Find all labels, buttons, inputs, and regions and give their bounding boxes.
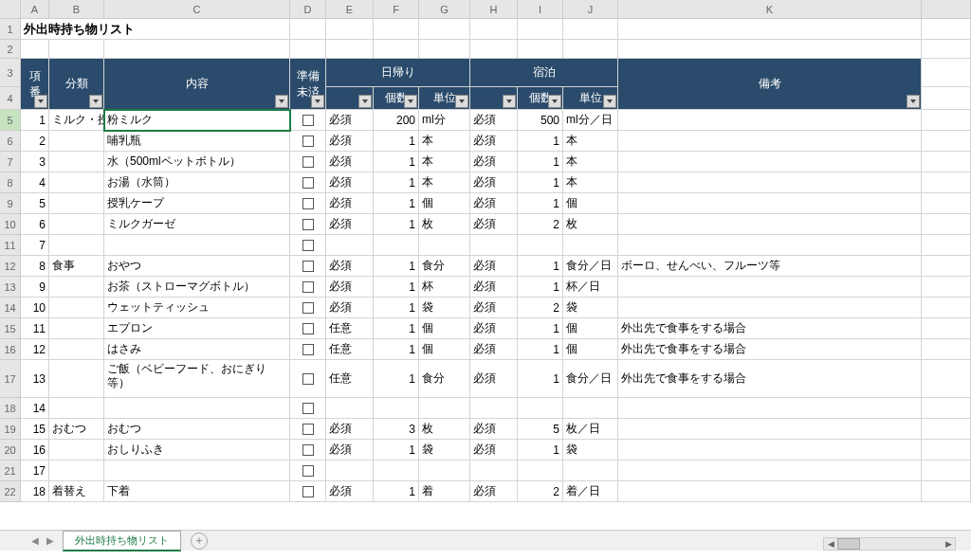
cell-cat[interactable]: ミルク・授乳 xyxy=(49,110,104,131)
cell-num[interactable]: 2 xyxy=(21,131,49,152)
cell-cat[interactable]: 着替え xyxy=(49,481,104,502)
col-header-J[interactable]: J xyxy=(563,0,618,19)
cell-blank[interactable] xyxy=(470,19,518,40)
cell-content[interactable] xyxy=(104,235,290,256)
cell-day_qty[interactable]: 1 xyxy=(374,360,419,398)
filter-icon[interactable] xyxy=(603,95,616,108)
row-header-14[interactable]: 14 xyxy=(0,298,21,318)
cell-day_qty[interactable]: 1 xyxy=(374,318,419,339)
checkbox[interactable] xyxy=(302,135,314,147)
cell-prep[interactable] xyxy=(290,398,326,419)
select-all-corner[interactable] xyxy=(0,0,21,19)
cell-stay_unit[interactable]: ml分／日 xyxy=(563,110,618,131)
filter-icon[interactable] xyxy=(907,95,920,108)
scroll-left-icon[interactable]: ◀ xyxy=(824,538,837,550)
cell-blank[interactable] xyxy=(922,214,971,235)
cell-blank[interactable] xyxy=(518,40,563,59)
cell-stay[interactable] xyxy=(470,461,518,481)
cell-stay_qty[interactable] xyxy=(518,398,563,419)
cell-stay_unit[interactable] xyxy=(563,235,618,256)
row-header-4[interactable]: 4 xyxy=(0,87,21,110)
col-header-extra[interactable] xyxy=(922,0,971,19)
cell-blank[interactable] xyxy=(374,19,419,40)
cell-blank[interactable] xyxy=(563,19,618,40)
cell-stay_qty[interactable]: 500 xyxy=(518,110,563,131)
row-header-19[interactable]: 19 xyxy=(0,419,21,440)
cell-day_unit[interactable]: 枚 xyxy=(419,214,470,235)
col-header-A[interactable]: A xyxy=(21,0,49,19)
checkbox[interactable] xyxy=(302,403,314,414)
cell-stay[interactable]: 必須 xyxy=(470,339,518,360)
table-header[interactable] xyxy=(326,87,374,110)
cell-stay_unit[interactable] xyxy=(563,461,618,481)
cell-day[interactable]: 必須 xyxy=(326,481,374,502)
cell-day[interactable]: 必須 xyxy=(326,131,374,152)
tab-nav-next-icon[interactable]: ▶ xyxy=(44,534,57,548)
cell-blank[interactable] xyxy=(618,40,922,59)
checkbox[interactable] xyxy=(302,281,314,293)
cell-note[interactable] xyxy=(618,398,922,419)
cell-day_qty[interactable]: 1 xyxy=(374,277,419,298)
cell-day[interactable]: 必須 xyxy=(326,277,374,298)
cell-day_unit[interactable]: 個 xyxy=(419,193,470,214)
cell-stay_unit[interactable]: 本 xyxy=(563,172,618,193)
cell-num[interactable]: 1 xyxy=(21,110,49,131)
cell-num[interactable]: 7 xyxy=(21,235,49,256)
cell-day[interactable]: 必須 xyxy=(326,256,374,277)
cell-prep[interactable] xyxy=(290,152,326,172)
col-header-H[interactable]: H xyxy=(470,0,518,19)
cell-blank[interactable] xyxy=(563,40,618,59)
cell-stay[interactable]: 必須 xyxy=(470,298,518,318)
table-header[interactable]: 分類 xyxy=(49,59,104,110)
cell-note[interactable] xyxy=(618,298,922,318)
cell-num[interactable]: 15 xyxy=(21,419,49,440)
cell-content[interactable]: ミルクガーゼ xyxy=(104,214,290,235)
cell-note[interactable] xyxy=(618,131,922,152)
cell-blank[interactable] xyxy=(922,19,971,40)
cell-blank[interactable] xyxy=(922,59,971,87)
cell-day_qty[interactable]: 1 xyxy=(374,152,419,172)
checkbox[interactable] xyxy=(302,323,314,334)
cell-prep[interactable] xyxy=(290,131,326,152)
cell-stay[interactable]: 必須 xyxy=(470,131,518,152)
row-header-18[interactable]: 18 xyxy=(0,398,21,419)
cell-day_qty[interactable]: 1 xyxy=(374,256,419,277)
cell-stay[interactable]: 必須 xyxy=(470,277,518,298)
cell-stay_qty[interactable]: 1 xyxy=(518,131,563,152)
table-header[interactable]: 宿泊 xyxy=(470,59,618,87)
cell-blank[interactable] xyxy=(922,277,971,298)
filter-icon[interactable] xyxy=(404,95,417,108)
checkbox[interactable] xyxy=(302,177,314,189)
cell-stay[interactable]: 必須 xyxy=(470,172,518,193)
cell-blank[interactable] xyxy=(326,19,374,40)
table-header[interactable]: 準備 未済 xyxy=(290,59,326,110)
cell-day[interactable]: 必須 xyxy=(326,172,374,193)
table-header[interactable]: 単位 xyxy=(419,87,470,110)
row-header-22[interactable]: 22 xyxy=(0,481,21,502)
cell-content[interactable] xyxy=(104,461,290,481)
checkbox[interactable] xyxy=(302,465,314,477)
row-header-8[interactable]: 8 xyxy=(0,172,21,193)
cell-day[interactable] xyxy=(326,398,374,419)
cell-stay_qty[interactable]: 2 xyxy=(518,214,563,235)
cell-day[interactable]: 必須 xyxy=(326,419,374,440)
cell-day[interactable]: 必須 xyxy=(326,110,374,131)
cell-day_qty[interactable]: 3 xyxy=(374,419,419,440)
cell-stay_qty[interactable] xyxy=(518,461,563,481)
cell-day[interactable] xyxy=(326,461,374,481)
cell-stay_unit[interactable]: 個 xyxy=(563,339,618,360)
scroll-track[interactable] xyxy=(837,538,942,550)
cell-day[interactable]: 必須 xyxy=(326,440,374,461)
cell-prep[interactable] xyxy=(290,172,326,193)
checkbox[interactable] xyxy=(302,156,314,168)
cell-cat[interactable] xyxy=(49,339,104,360)
cell-prep[interactable] xyxy=(290,461,326,481)
row-header-12[interactable]: 12 xyxy=(0,256,21,277)
table-header[interactable]: 個数 xyxy=(374,87,419,110)
cell-day[interactable]: 必須 xyxy=(326,193,374,214)
filter-icon[interactable] xyxy=(358,95,372,108)
cell-num[interactable]: 5 xyxy=(21,193,49,214)
cell-stay_qty[interactable]: 5 xyxy=(518,419,563,440)
cell-stay_qty[interactable]: 1 xyxy=(518,256,563,277)
cell-blank[interactable] xyxy=(21,40,49,59)
